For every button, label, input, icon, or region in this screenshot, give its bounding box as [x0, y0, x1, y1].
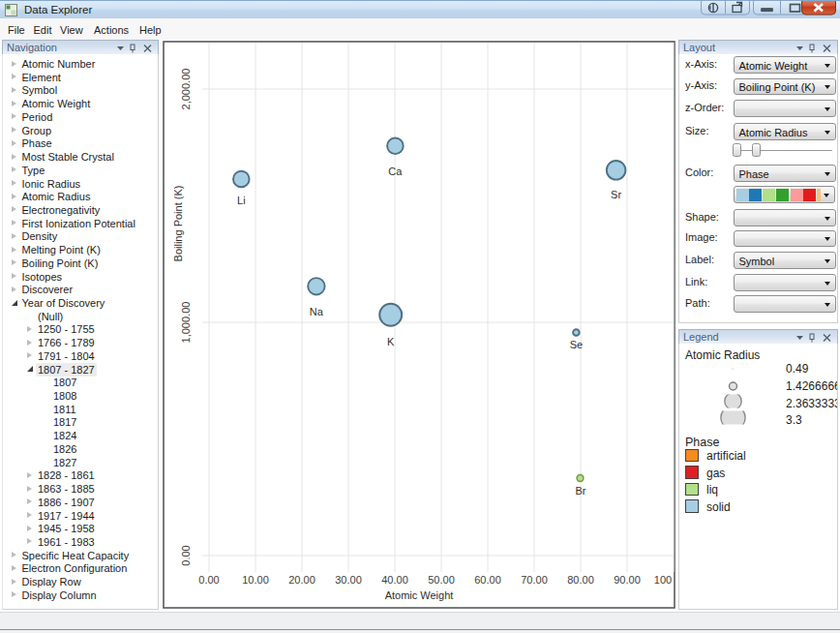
svg-text:20.00: 20.00 — [288, 574, 315, 586]
svg-text:2,000.00: 2,000.00 — [180, 69, 192, 110]
svg-text:Li: Li — [237, 195, 246, 206]
svg-text:Atomic Weight: Atomic Weight — [385, 589, 454, 601]
svg-text:Ca: Ca — [388, 166, 403, 177]
svg-text:Se: Se — [570, 339, 583, 350]
svg-text:50.00: 50.00 — [428, 574, 455, 586]
svg-text:90.00: 90.00 — [614, 574, 641, 586]
svg-text:1,000.00: 1,000.00 — [180, 302, 192, 344]
svg-text:70.00: 70.00 — [521, 574, 548, 586]
svg-text:80.00: 80.00 — [567, 574, 594, 586]
svg-text:30.00: 30.00 — [335, 574, 362, 586]
svg-text:10.00: 10.00 — [242, 574, 269, 586]
svg-text:40.00: 40.00 — [381, 574, 408, 586]
svg-text:0.00: 0.00 — [198, 574, 219, 586]
svg-text:K: K — [387, 336, 395, 347]
svg-text:Na: Na — [310, 306, 324, 317]
svg-text:Sr: Sr — [611, 189, 621, 200]
svg-text:60.00: 60.00 — [474, 574, 501, 586]
svg-text:0.00: 0.00 — [180, 545, 192, 565]
svg-text:Boiling Point (K): Boiling Point (K) — [172, 186, 184, 262]
svg-text:Br: Br — [576, 485, 586, 497]
svg-text:100: 100 — [654, 574, 672, 586]
